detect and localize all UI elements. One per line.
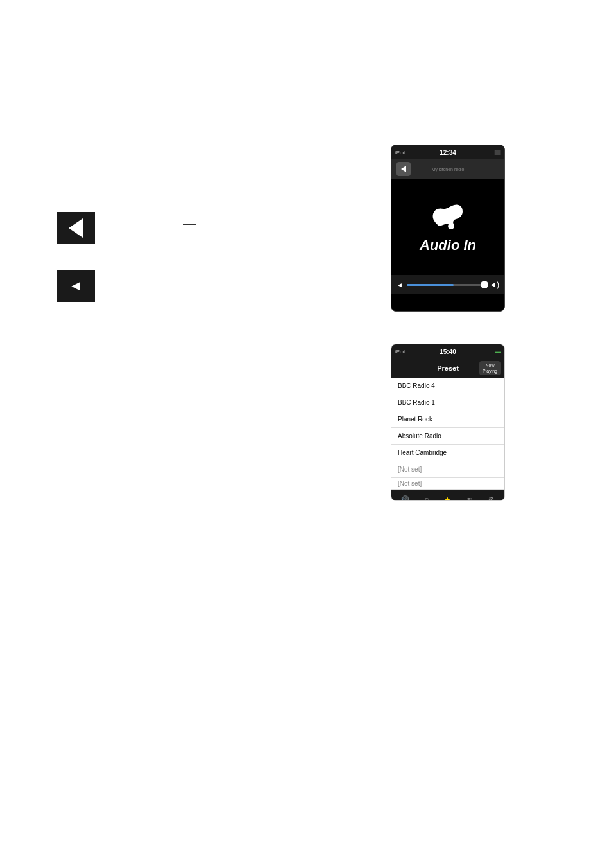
status-time-2: 15:40 xyxy=(440,348,456,355)
status-battery-2: ▬ xyxy=(495,349,501,355)
list-item[interactable]: BBC Radio 1 xyxy=(391,394,504,411)
settings-icon: ⚙ xyxy=(488,495,495,501)
preset-item-label: Planet Rock xyxy=(398,416,432,423)
volume-button[interactable]: ◄ xyxy=(57,270,95,302)
preset-item-label: Absolute Radio xyxy=(398,432,441,439)
volume-slider-track[interactable] xyxy=(407,284,485,286)
preset-title: Preset xyxy=(437,364,459,372)
volume-high-icon: ◄) xyxy=(489,280,499,289)
tab-radio[interactable]: ♫ Radio xyxy=(416,495,438,501)
phone-screen-preset: iPod 15:40 ▬ Preset Now Playing BBC Radi… xyxy=(391,344,505,501)
volume-slider-fill xyxy=(407,284,454,286)
nav-bar-1: My kitchen radio xyxy=(391,159,504,179)
nav-title-1: My kitchen radio xyxy=(411,167,485,172)
preset-list: BBC Radio 4 BBC Radio 1 Planet Rock Abso… xyxy=(391,378,504,490)
list-item[interactable]: [Not set] xyxy=(391,461,504,478)
volume-icon: ◄ xyxy=(69,278,83,294)
status-time-1: 12:34 xyxy=(440,149,456,156)
tab-settings[interactable]: ⚙ Settings xyxy=(480,495,502,501)
phone-screen-audio-in: iPod 12:34 ⬛ My kitchen radio Audio In ◄… xyxy=(391,145,505,312)
list-item[interactable]: Planet Rock xyxy=(391,411,504,428)
audio-in-icon xyxy=(425,200,470,232)
audio-in-main: Audio In xyxy=(391,179,504,275)
volume-slider-thumb[interactable] xyxy=(481,281,488,288)
preset-item-label: [Not set] xyxy=(398,466,422,473)
now-playing-line2: Playing xyxy=(483,368,497,374)
preset-item-label: [Not set] xyxy=(398,480,422,487)
now-playing-button[interactable]: Now Playing xyxy=(479,361,501,375)
list-item[interactable]: Absolute Radio xyxy=(391,428,504,445)
tab-audio-eq[interactable]: ≋ Audio EQ xyxy=(459,495,481,501)
status-battery-1: ⬛ xyxy=(494,150,501,155)
status-ipod-label: iPod xyxy=(395,150,405,155)
preset-item-label: BBC Radio 1 xyxy=(398,399,435,406)
dash-separator xyxy=(183,224,196,225)
now-playing-line1: Now xyxy=(483,362,497,368)
status-bar-2: iPod 15:40 ▬ xyxy=(391,344,504,359)
browse-icon: 🔊 xyxy=(400,495,409,501)
tab-preset[interactable]: ★ Preset xyxy=(437,495,459,501)
list-item[interactable]: Heart Cambridge xyxy=(391,445,504,461)
volume-low-icon: ◄ xyxy=(396,281,403,288)
nav-back-arrow-icon xyxy=(401,166,406,172)
list-item[interactable]: BBC Radio 4 xyxy=(391,378,504,394)
preset-item-label: Heart Cambridge xyxy=(398,449,447,456)
tab-browse[interactable]: 🔊 Browse xyxy=(394,495,416,501)
back-button[interactable] xyxy=(57,212,95,244)
status-ipod-label-2: iPod xyxy=(395,349,405,355)
preset-icon: ★ xyxy=(444,495,451,501)
volume-bar-1[interactable]: ◄ ◄) xyxy=(391,275,504,294)
kitchen-radio-label: My kitchen radio xyxy=(411,167,485,172)
nav-bar-2: Preset Now Playing xyxy=(391,359,504,378)
audio-eq-icon: ≋ xyxy=(466,495,473,501)
status-bar-1: iPod 12:34 ⬛ xyxy=(391,145,504,159)
nav-back-button[interactable] xyxy=(396,162,411,176)
audio-in-label: Audio In xyxy=(420,237,476,254)
back-arrow-icon xyxy=(69,218,83,238)
list-item[interactable]: [Not set] xyxy=(391,478,504,490)
tab-bar-2: 🔊 Browse ♫ Radio ★ Preset ≋ Audio EQ ⚙ S… xyxy=(391,490,504,501)
preset-item-label: BBC Radio 4 xyxy=(398,382,435,389)
radio-icon: ♫ xyxy=(423,495,429,501)
